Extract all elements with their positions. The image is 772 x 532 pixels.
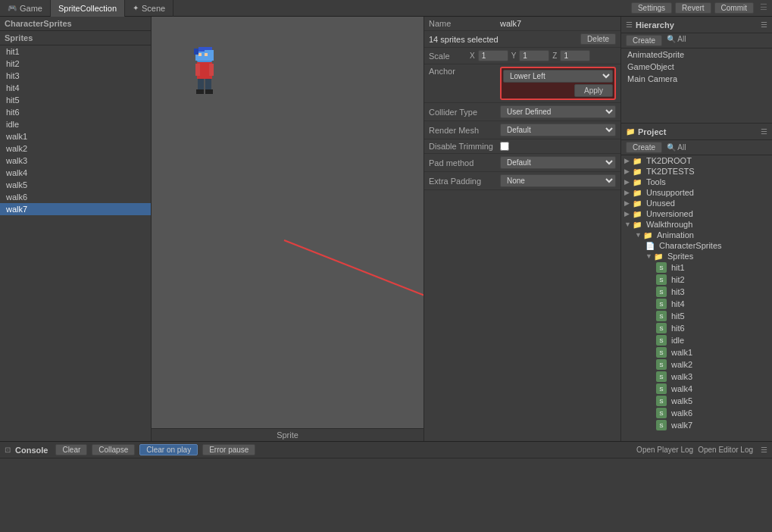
extra-padding-select[interactable]: None 1px 2px xyxy=(500,174,616,187)
game-tab-label: Game xyxy=(20,4,42,13)
project-tree[interactable]: ▶📁TK2DROOT▶📁TK2DTESTS▶📁Tools▶📁Unsupporte… xyxy=(621,155,772,441)
sprite-item-walk1[interactable]: walk1 xyxy=(0,130,151,142)
sprites-list[interactable]: hit1hit2hit3hit4hit5hit6idlewalk1walk2wa… xyxy=(0,45,151,441)
expand-arrow: ▶ xyxy=(624,199,630,207)
tab-scene[interactable]: ✦ Scene xyxy=(125,0,173,17)
tree-item-charactersprites[interactable]: 📄CharacterSprites xyxy=(621,240,772,251)
revert-button[interactable]: Revert xyxy=(675,2,711,14)
sprite-thumb: S xyxy=(656,371,667,382)
sprite-item-walk7[interactable]: walk7 xyxy=(0,203,151,215)
tree-item-walk7[interactable]: Swalk7 xyxy=(621,419,772,431)
hierarchy-search[interactable]: 🔍 All xyxy=(667,35,686,46)
project-create-button[interactable]: Create xyxy=(626,142,662,153)
project-menu[interactable]: ☰ xyxy=(761,127,767,136)
project-title: Project xyxy=(638,127,666,136)
sprite-item-hit4[interactable]: hit4 xyxy=(0,82,151,94)
svg-rect-13 xyxy=(205,89,213,94)
tree-item-animation[interactable]: ▼📁Animation xyxy=(621,230,772,240)
tree-item-hit5[interactable]: Shit5 xyxy=(621,310,772,322)
x-input[interactable] xyxy=(478,50,508,61)
tree-item-walk2[interactable]: Swalk2 xyxy=(621,358,772,371)
name-label: Name xyxy=(429,19,497,28)
tree-item-walkthrough[interactable]: ▼📁Walkthrough xyxy=(621,219,772,230)
folder-icon: 📁 xyxy=(633,210,642,218)
tree-item-unsupported[interactable]: ▶📁Unsupported xyxy=(621,187,772,198)
tree-item-walk1[interactable]: Swalk1 xyxy=(621,346,772,358)
tree-label: walk2 xyxy=(671,360,692,369)
project-search[interactable]: 🔍 All xyxy=(667,143,686,152)
sprite-item-hit5[interactable]: hit5 xyxy=(0,94,151,106)
tree-item-unversioned[interactable]: ▶📁Unversioned xyxy=(621,208,772,219)
tree-item-tools[interactable]: ▶📁Tools xyxy=(621,177,772,187)
tree-item-hit6[interactable]: Shit6 xyxy=(621,322,772,334)
sprite-item-hit2[interactable]: hit2 xyxy=(0,58,151,70)
tree-item-tk2dtests[interactable]: ▶📁TK2DTESTS xyxy=(621,166,772,177)
apply-button[interactable]: Apply xyxy=(574,84,613,97)
top-tab-bar: 🎮 Game SpriteCollection ✦ Scene Settings… xyxy=(0,0,772,17)
sprite-item-walk2[interactable]: walk2 xyxy=(0,142,151,155)
clear-button[interactable]: Clear xyxy=(55,444,87,455)
sprite-item-walk6[interactable]: walk6 xyxy=(0,191,151,203)
anchor-select[interactable]: Lower Left Lower Center Lower Right Midd… xyxy=(503,70,613,83)
tree-item-hit3[interactable]: Shit3 xyxy=(621,286,772,298)
hierarchy-item-gameobject[interactable]: GameObject xyxy=(621,61,772,73)
tab-game[interactable]: 🎮 Game xyxy=(0,0,51,17)
collapse-button[interactable]: Collapse xyxy=(92,444,135,455)
hierarchy-item-animatedsprite[interactable]: AnimatedSprite xyxy=(621,49,772,61)
tree-label: Animation xyxy=(657,230,694,239)
folder-icon: 📁 xyxy=(643,231,652,239)
tree-item-hit1[interactable]: Shit1 xyxy=(621,261,772,274)
open-editor-log-link[interactable]: Open Editor Log xyxy=(698,446,753,454)
sprite-item-hit1[interactable]: hit1 xyxy=(0,45,151,58)
hierarchy-icon: ☰ xyxy=(626,20,633,29)
pad-select[interactable]: Default None xyxy=(500,156,616,169)
settings-button[interactable]: Settings xyxy=(631,2,672,14)
sprite-item-walk5[interactable]: walk5 xyxy=(0,179,151,191)
tree-item-hit4[interactable]: Shit4 xyxy=(621,298,772,310)
right-side: ☰ Hierarchy ☰ Create 🔍 All AnimatedSprit… xyxy=(620,17,772,441)
sprite-thumb: S xyxy=(656,274,667,285)
folder-icon: 📁 xyxy=(633,221,642,229)
sprite-thumb: S xyxy=(656,396,667,406)
sprites-section-label: Sprites xyxy=(5,33,33,42)
disable-trimming-checkbox[interactable] xyxy=(500,142,509,151)
commit-button[interactable]: Commit xyxy=(714,2,754,14)
console-menu[interactable]: ☰ xyxy=(761,446,767,454)
error-pause-button[interactable]: Error pause xyxy=(202,444,255,455)
tree-item-walk6[interactable]: Swalk6 xyxy=(621,407,772,419)
sprite-item-walk4[interactable]: walk4 xyxy=(0,167,151,179)
z-input[interactable] xyxy=(560,50,590,61)
sprite-item-walk3[interactable]: walk3 xyxy=(0,155,151,167)
hierarchy-menu[interactable]: ☰ xyxy=(761,20,767,29)
collider-select[interactable]: User Defined None Box Circle xyxy=(500,105,616,118)
tab-sprite-collection[interactable]: SpriteCollection xyxy=(51,0,125,17)
tree-item-walk4[interactable]: Swalk4 xyxy=(621,383,772,395)
tree-item-walk3[interactable]: Swalk3 xyxy=(621,371,772,383)
render-select[interactable]: Default Full xyxy=(500,124,616,136)
open-player-log-link[interactable]: Open Player Log xyxy=(636,446,693,454)
clear-on-play-button[interactable]: Clear on play xyxy=(139,444,198,455)
expand-arrow: ▶ xyxy=(624,157,630,164)
tree-item-hit2[interactable]: Shit2 xyxy=(621,274,772,286)
sprite-item-hit3[interactable]: hit3 xyxy=(0,70,151,82)
sprite-item-hit6[interactable]: hit6 xyxy=(0,106,151,118)
center-panel: Sprite xyxy=(152,17,424,441)
sprite-item-idle[interactable]: idle xyxy=(0,118,151,130)
scene-view[interactable] xyxy=(152,17,424,428)
hierarchy-item-main-camera[interactable]: Main Camera xyxy=(621,73,772,85)
y-input[interactable] xyxy=(519,50,549,61)
menu-dots[interactable]: ☰ xyxy=(760,2,767,14)
tree-item-idle[interactable]: Sidle xyxy=(621,334,772,346)
hierarchy-create-button[interactable]: Create xyxy=(626,35,662,46)
delete-button[interactable]: Delete xyxy=(580,33,616,45)
project-panel: 📁 Project ☰ Create 🔍 All ▶📁TK2DROOT▶📁TK2… xyxy=(621,123,772,441)
tree-item-unused[interactable]: ▶📁Unused xyxy=(621,198,772,208)
tree-label: walk3 xyxy=(671,372,692,381)
tree-item-sprites[interactable]: ▼📁Sprites xyxy=(621,251,772,261)
svg-rect-8 xyxy=(195,64,200,76)
tree-label: hit5 xyxy=(671,311,685,321)
tree-label: hit2 xyxy=(671,275,685,284)
tree-item-tk2droot[interactable]: ▶📁TK2DROOT xyxy=(621,155,772,166)
tree-item-walk5[interactable]: Swalk5 xyxy=(621,395,772,407)
hierarchy-header: ☰ Hierarchy ☰ xyxy=(621,17,772,33)
